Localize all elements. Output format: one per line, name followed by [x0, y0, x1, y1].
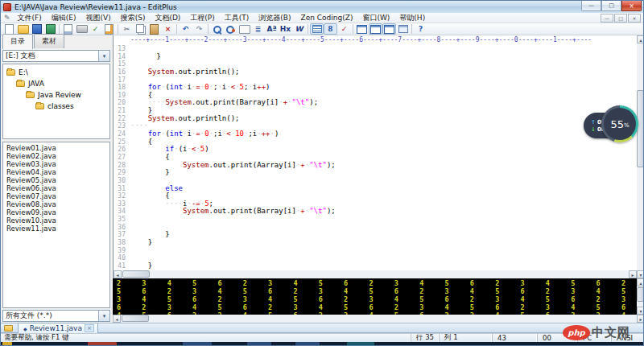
tree-item-java[interactable]: JAVA: [3, 78, 109, 89]
chevron-down-icon[interactable]: ▾: [98, 311, 109, 321]
save-all-icon[interactable]: [43, 23, 57, 35]
memory-usage-gauge[interactable]: 55%: [601, 105, 638, 142]
menu-item-zen-coding[interactable]: Zen Coding(Z): [296, 13, 358, 23]
menu-item-search[interactable]: 搜索(S): [116, 13, 151, 23]
output-console[interactable]: 2345623456234562345625623456234562345623…: [113, 278, 637, 315]
find-in-files-icon[interactable]: [224, 23, 237, 35]
spell-check-icon[interactable]: ✓: [89, 23, 102, 35]
new-file-icon[interactable]: [2, 23, 16, 35]
syntax-check-icon[interactable]: ✓: [337, 23, 351, 35]
file-item[interactable]: Review06.java: [3, 184, 109, 192]
menu-item-window[interactable]: 窗口(W): [357, 13, 394, 23]
scrollbar-thumb[interactable]: [637, 287, 644, 302]
editor-vertical-scrollbar[interactable]: ▴ ▾: [637, 35, 644, 278]
tree-item-java-review[interactable]: Java Review: [3, 89, 109, 101]
menu-bar: ✎ 文件(F)编辑(E)视图(V)搜索(S)文档(D)工程(P)工具(T)浏览器…: [1, 13, 643, 23]
tab-review11[interactable]: ◆ Review11.java ×: [18, 323, 98, 333]
scroll-down-icon[interactable]: ▾: [637, 307, 644, 315]
scroll-up-icon[interactable]: ▴: [637, 278, 644, 286]
code-area[interactable]: 1314 }1516 System.out.println();1718 for…: [114, 45, 637, 270]
word-wrap-icon[interactable]: W: [292, 23, 306, 35]
windows-taskbar[interactable]: [1, 342, 643, 346]
file-item[interactable]: Review08.java: [3, 200, 109, 208]
file-item[interactable]: Review01.java: [3, 144, 109, 152]
special-chars-toggle-icon[interactable]: 8: [324, 23, 337, 35]
print-preview-icon[interactable]: [61, 23, 75, 35]
console-horizontal-scrollbar[interactable]: ◂ ▸: [113, 315, 644, 323]
folder-icon[interactable]: [4, 325, 13, 332]
menu-item-edit[interactable]: 编辑(E): [47, 13, 81, 23]
file-item[interactable]: Review04.java: [3, 168, 109, 176]
file-item[interactable]: Review03.java: [3, 160, 109, 168]
maximize-button[interactable]: □: [601, 1, 621, 11]
window-tile-v-icon[interactable]: [382, 23, 396, 35]
file-item[interactable]: Review10.java: [3, 216, 109, 224]
file-filter-selector[interactable]: 所有文件 (*.*) ▾: [2, 310, 110, 322]
window-split-icon[interactable]: [396, 23, 410, 35]
scrollbar-thumb[interactable]: [637, 90, 644, 167]
browser-preview-icon[interactable]: [102, 23, 116, 35]
taskbar-item[interactable]: [183, 342, 212, 346]
toggle-case-icon[interactable]: Aª: [265, 23, 279, 35]
code-editor[interactable]: ----+----1----+----2----+----3----+----4…: [113, 35, 637, 278]
indent-icon[interactable]: ≣: [251, 23, 265, 35]
close-button[interactable]: ×: [621, 1, 642, 11]
scroll-left-icon[interactable]: ◂: [113, 315, 121, 323]
tree-item-e-drive[interactable]: E:\: [3, 67, 109, 78]
menu-item-document[interactable]: 文档(D): [150, 13, 185, 23]
redo-icon[interactable]: ↷: [192, 23, 206, 35]
open-file-icon[interactable]: [16, 23, 30, 35]
scroll-down-icon[interactable]: ▾: [637, 270, 644, 278]
cut-icon[interactable]: ✂: [120, 23, 134, 35]
window-full-icon[interactable]: [355, 23, 369, 35]
file-item[interactable]: Review07.java: [3, 192, 109, 200]
menu-item-project[interactable]: 工程(P): [185, 13, 219, 23]
scroll-up-icon[interactable]: ▴: [637, 35, 644, 43]
taskbar-item[interactable]: [2, 342, 12, 346]
scrollbar-thumb[interactable]: [122, 315, 149, 322]
console-vertical-scrollbar[interactable]: ▴ ▾: [637, 278, 644, 315]
file-item[interactable]: Review11.java: [3, 224, 109, 233]
paste-icon[interactable]: [147, 23, 161, 35]
chevron-down-icon[interactable]: ▾: [98, 51, 109, 61]
mdi-minimize-button[interactable]: —: [601, 14, 613, 23]
file-item[interactable]: Review09.java: [3, 208, 109, 216]
print-icon[interactable]: [75, 23, 89, 35]
taskbar-item[interactable]: [295, 342, 320, 346]
undo-icon[interactable]: ↶: [179, 23, 192, 35]
menu-item-browser[interactable]: 浏览器(B): [254, 13, 295, 23]
scrollbar-thumb[interactable]: [122, 270, 150, 278]
scroll-right-icon[interactable]: ▸: [629, 270, 637, 278]
scroll-right-icon[interactable]: ▸: [637, 315, 644, 323]
copy-icon[interactable]: [134, 23, 147, 35]
file-item[interactable]: Review02.java: [3, 152, 109, 160]
menu-item-help[interactable]: 帮助(H): [394, 13, 430, 23]
mdi-restore-button[interactable]: □: [614, 14, 627, 23]
delete-icon[interactable]: ×: [161, 23, 175, 35]
menu-item-file[interactable]: 文件(F): [13, 13, 47, 23]
hex-viewer-icon[interactable]: Hx: [279, 23, 292, 35]
window-tile-h-icon[interactable]: [369, 23, 382, 35]
toolbar-toggle-icon[interactable]: [310, 23, 324, 35]
tab-cliptext[interactable]: 素材: [34, 34, 64, 48]
tab-directory[interactable]: 目录: [2, 34, 33, 49]
tab-close-icon[interactable]: ×: [85, 324, 94, 332]
taskbar-item[interactable]: [247, 342, 271, 346]
menu-item-tools[interactable]: 工具(T): [220, 13, 254, 23]
menu-item-view[interactable]: 视图(V): [80, 13, 115, 23]
help-pointer-icon[interactable]: ?: [414, 23, 427, 35]
tree-item-classes[interactable]: classes: [3, 101, 109, 112]
mark-icon[interactable]: [237, 23, 251, 35]
drive-selector[interactable]: [E:] 文档 ▾: [2, 50, 110, 62]
mdi-close-button[interactable]: ×: [628, 14, 641, 23]
toolbar-separator: [308, 24, 308, 34]
save-icon[interactable]: [30, 23, 43, 35]
find-icon[interactable]: [210, 23, 224, 35]
taskbar-item[interactable]: [347, 342, 374, 346]
file-item[interactable]: Review05.java: [3, 176, 109, 184]
tree-item-label: JAVA: [28, 80, 44, 88]
scroll-left-icon[interactable]: ◂: [114, 270, 122, 278]
minimize-button[interactable]: —: [581, 1, 601, 11]
taskbar-item[interactable]: [88, 342, 117, 346]
editor-horizontal-scrollbar[interactable]: ◂ ▸: [114, 270, 637, 278]
